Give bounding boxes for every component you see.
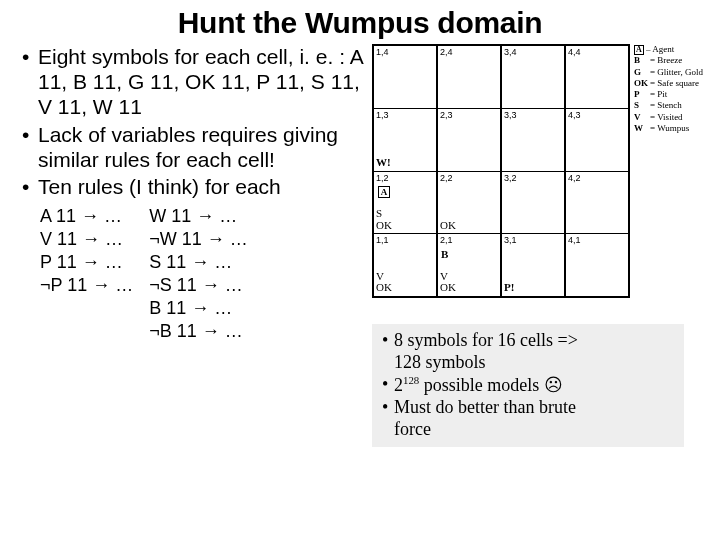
coord-31: 3,1: [504, 235, 517, 245]
rules-columns: A 11 → … V 11 → … P 11 → … ¬P 11 → … W 1…: [14, 205, 366, 343]
legend-stench: S= Stench: [634, 100, 703, 111]
grid-col-3: 3,4 3,3 3,2 3,1P!: [501, 45, 565, 297]
cell-31-text: P!: [504, 281, 514, 293]
coord-11: 1,1: [376, 235, 389, 245]
summary-2a: 2: [394, 375, 403, 395]
cell-42: 4,2: [566, 172, 628, 235]
coord-14: 1,4: [376, 47, 389, 57]
cell-44: 4,4: [566, 46, 628, 109]
legend-glitter-label: = Glitter, Gold: [650, 67, 703, 77]
cell-21-b: B: [441, 248, 448, 260]
coord-23: 2,3: [440, 110, 453, 120]
summary-1b: 128 symbols: [394, 352, 486, 372]
cell-32: 3,2: [502, 172, 564, 235]
content: Eight symbols for each cell, i. e. : A 1…: [0, 44, 720, 447]
rule-w11: W 11 → …: [149, 205, 248, 228]
legend-breeze: B= Breeze: [634, 55, 703, 66]
summary-1: 8 symbols for 16 cells =>128 symbols: [382, 330, 678, 374]
coord-42: 4,2: [568, 173, 581, 183]
rule-v11: V 11 → …: [40, 228, 133, 251]
legend-pit: P= Pit: [634, 89, 703, 100]
cell-23: 2,3: [438, 109, 500, 172]
cell-41: 4,1: [566, 234, 628, 296]
coord-34: 3,4: [504, 47, 517, 57]
agent-box-icon: A: [378, 186, 390, 198]
legend-stench-label: = Stench: [650, 100, 682, 110]
legend-agent-label: – Agent: [646, 44, 674, 54]
summary-2c: possible models ☹: [419, 375, 563, 395]
grid-col-1: 1,4 1,3W! 1,2AS OK 1,1V OK: [373, 45, 437, 297]
cell-21-text: V OK: [440, 271, 456, 294]
cell-13: 1,3W!: [374, 109, 436, 172]
cell-22: 2,2OK: [438, 172, 500, 235]
legend-visited-label: = Visited: [650, 112, 683, 122]
summary-3a: Must do better than brute: [394, 397, 576, 417]
page-title: Hunt the Wumpus domain: [0, 0, 720, 44]
coord-32: 3,2: [504, 173, 517, 183]
legend-stench-sym: S: [634, 100, 650, 111]
cell-43: 4,3: [566, 109, 628, 172]
legend-pit-sym: P: [634, 89, 650, 100]
cell-11: 1,1V OK: [374, 234, 436, 296]
legend-wumpus: W= Wumpus: [634, 123, 703, 134]
cell-13-text: W!: [376, 156, 391, 168]
cell-33: 3,3: [502, 109, 564, 172]
cell-12-text: S OK: [376, 208, 392, 231]
rules-col-1: A 11 → … V 11 → … P 11 → … ¬P 11 → …: [40, 205, 133, 343]
main-bullets: Eight symbols for each cell, i. e. : A 1…: [14, 44, 366, 199]
rule-notp11: ¬P 11 → …: [40, 274, 133, 297]
rule-notb11: ¬B 11 → …: [149, 320, 248, 343]
cell-14: 1,4: [374, 46, 436, 109]
summary-3: Must do better than bruteforce: [382, 397, 678, 441]
wumpus-figure: 1,4 1,3W! 1,2AS OK 1,1V OK 2,4 2,3 2,2OK…: [372, 44, 688, 298]
left-column: Eight symbols for each cell, i. e. : A 1…: [14, 44, 372, 447]
legend-wumpus-label: = Wumpus: [650, 123, 689, 133]
legend-breeze-sym: B: [634, 55, 650, 66]
wumpus-grid: 1,4 1,3W! 1,2AS OK 1,1V OK 2,4 2,3 2,2OK…: [372, 44, 630, 298]
rule-s11: S 11 → …: [149, 251, 248, 274]
summary-3b: force: [394, 419, 431, 439]
coord-41: 4,1: [568, 235, 581, 245]
right-column: 1,4 1,3W! 1,2AS OK 1,1V OK 2,4 2,3 2,2OK…: [372, 44, 704, 447]
rule-nots11: ¬S 11 → …: [149, 274, 248, 297]
coord-24: 2,4: [440, 47, 453, 57]
legend-safe: OK= Safe square: [634, 78, 703, 89]
cell-24: 2,4: [438, 46, 500, 109]
cell-31: 3,1P!: [502, 234, 564, 296]
legend-breeze-label: = Breeze: [650, 55, 682, 65]
coord-43: 4,3: [568, 110, 581, 120]
summary-box: 8 symbols for 16 cells =>128 symbols 212…: [372, 324, 684, 447]
coord-44: 4,4: [568, 47, 581, 57]
grid-col-4: 4,4 4,3 4,2 4,1: [565, 45, 629, 297]
rule-notw11: ¬W 11 → …: [149, 228, 248, 251]
coord-22: 2,2: [440, 173, 453, 183]
legend-safe-label: = Safe square: [650, 78, 699, 88]
coord-12: 1,2: [376, 173, 389, 183]
legend-visited: V= Visited: [634, 112, 703, 123]
rule-b11: B 11 → …: [149, 297, 248, 320]
legend-glitter-sym: G: [634, 67, 650, 78]
coord-33: 3,3: [504, 110, 517, 120]
legend-agent: A– Agent: [634, 44, 703, 55]
bullet-1: Eight symbols for each cell, i. e. : A 1…: [26, 44, 366, 120]
cell-12: 1,2AS OK: [374, 172, 436, 235]
summary-2: 2128 possible models ☹: [382, 374, 678, 397]
legend-agent-box-icon: A: [634, 45, 644, 55]
rule-a11: A 11 → …: [40, 205, 133, 228]
summary-1a: 8 symbols for 16 cells =>: [394, 330, 578, 350]
coord-21: 2,1: [440, 235, 453, 245]
legend-wumpus-sym: W: [634, 123, 650, 134]
summary-2sup: 128: [403, 374, 419, 386]
legend: A– Agent B= Breeze G= Glitter, Gold OK= …: [634, 44, 703, 134]
legend-glitter: G= Glitter, Gold: [634, 67, 703, 78]
legend-pit-label: = Pit: [650, 89, 667, 99]
rule-p11: P 11 → …: [40, 251, 133, 274]
bullet-2: Lack of variables requires giving simila…: [26, 122, 366, 172]
legend-visited-sym: V: [634, 112, 650, 123]
rules-col-2: W 11 → … ¬W 11 → … S 11 → … ¬S 11 → … B …: [149, 205, 248, 343]
cell-21: 2,1BV OK: [438, 234, 500, 296]
bullet-3: Ten rules (I think) for each: [26, 174, 366, 199]
legend-safe-sym: OK: [634, 78, 650, 89]
grid-col-2: 2,4 2,3 2,2OK 2,1BV OK: [437, 45, 501, 297]
coord-13: 1,3: [376, 110, 389, 120]
